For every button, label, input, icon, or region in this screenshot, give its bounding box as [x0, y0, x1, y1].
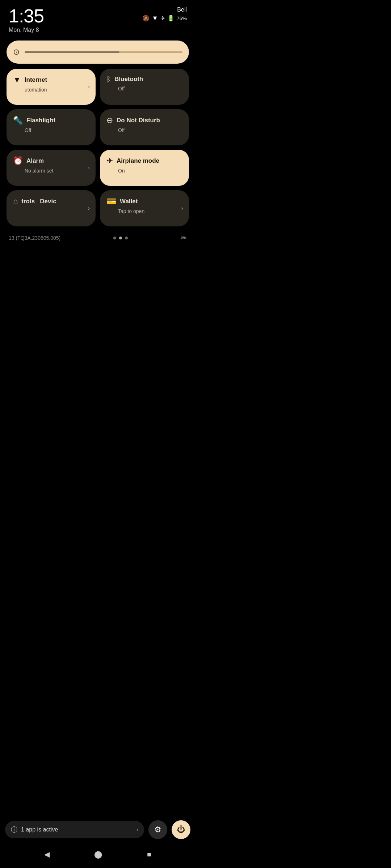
dot-3 — [125, 237, 128, 239]
spacer — [0, 250, 196, 366]
internet-sublabel: utomation — [25, 87, 89, 93]
tile-homecontrols[interactable]: ⌂ trols Devic › — [7, 190, 96, 226]
tile-bluetooth[interactable]: ᛒ Bluetooth Off — [100, 69, 189, 105]
battery-icon: 🔋 — [167, 15, 175, 22]
tile-home-top: ⌂ trols Devic — [13, 197, 89, 206]
status-right: Bell 🔕 ▼ ✈ 🔋 76% — [142, 7, 187, 22]
wifi-tile-icon: ▼ — [13, 75, 21, 85]
internet-chevron: › — [88, 84, 90, 90]
status-icons: 🔕 ▼ ✈ 🔋 76% — [142, 14, 187, 22]
version-row: 13 (TQ3A.230605.005) ✏ — [7, 228, 189, 245]
brightness-fill — [25, 51, 119, 53]
tile-bluetooth-top: ᛒ Bluetooth — [106, 75, 182, 84]
wallet-icon: 💳 — [106, 197, 116, 206]
tile-internet-top: ▼ Internet — [13, 75, 89, 85]
wallet-label: Wallet — [120, 198, 138, 205]
time-display: 1:35 — [9, 7, 44, 25]
alarm-chevron: › — [88, 165, 90, 171]
battery-level: 76% — [177, 16, 187, 21]
home-label: trols Devic — [21, 198, 56, 205]
dot-2 — [119, 237, 122, 239]
wifi-icon: ▼ — [152, 14, 158, 22]
tile-internet[interactable]: ▼ Internet utomation › — [7, 69, 96, 105]
status-bar: 1:35 Mon, May 8 Bell 🔕 ▼ ✈ 🔋 76% — [0, 0, 196, 37]
airplane-sublabel: On — [118, 168, 182, 174]
brightness-slider[interactable]: ⊙ — [7, 41, 189, 64]
carrier-label: Bell — [177, 7, 187, 13]
status-left: 1:35 Mon, May 8 — [9, 7, 44, 33]
alarm-icon: ⏰ — [13, 156, 23, 166]
tile-wallet-top: 💳 Wallet — [106, 197, 182, 206]
tile-airplane-top: ✈ Airplane mode — [106, 156, 182, 166]
bluetooth-label: Bluetooth — [114, 76, 143, 83]
dot-1 — [113, 237, 116, 239]
tile-airplane[interactable]: ✈ Airplane mode On — [100, 150, 189, 186]
dnd-label: Do Not Disturb — [117, 117, 160, 124]
alarm-sublabel: No alarm set — [25, 168, 89, 174]
page-dots — [113, 237, 128, 239]
bluetooth-icon: ᛒ — [106, 75, 111, 84]
home-icon: ⌂ — [13, 197, 18, 206]
airplane-icon: ✈ — [160, 15, 165, 22]
tile-flashlight-top: 🔦 Flashlight — [13, 116, 89, 125]
date-display: Mon, May 8 — [9, 27, 44, 33]
alarm-label: Alarm — [26, 157, 44, 165]
flashlight-sublabel: Off — [25, 127, 89, 133]
internet-label: Internet — [25, 76, 47, 84]
tile-dnd-top: ⊖ Do Not Disturb — [106, 116, 182, 125]
airplane-tile-icon: ✈ — [106, 156, 113, 166]
wallet-chevron: › — [181, 205, 183, 212]
brightness-track[interactable] — [25, 51, 182, 53]
tile-flashlight[interactable]: 🔦 Flashlight Off — [7, 109, 96, 145]
home-chevron: › — [88, 205, 90, 212]
tile-alarm-top: ⏰ Alarm — [13, 156, 89, 166]
tile-alarm[interactable]: ⏰ Alarm No alarm set › — [7, 150, 96, 186]
wallet-sublabel: Tap to open — [118, 208, 182, 214]
quick-settings-panel: ⊙ ▼ Internet utomation › ᛒ Bluetooth Off — [0, 37, 196, 250]
mute-icon: 🔕 — [142, 15, 150, 22]
dnd-sublabel: Off — [118, 127, 182, 133]
internet-sublabel-text: utomation — [25, 87, 47, 93]
tiles-grid: ▼ Internet utomation › ᛒ Bluetooth Off 🔦… — [7, 69, 189, 226]
bluetooth-sublabel: Off — [118, 86, 182, 92]
dnd-icon: ⊖ — [106, 116, 113, 125]
edit-icon[interactable]: ✏ — [181, 234, 187, 242]
tile-donotdisturb[interactable]: ⊖ Do Not Disturb Off — [100, 109, 189, 145]
flashlight-icon: 🔦 — [13, 116, 23, 125]
flashlight-label: Flashlight — [26, 117, 55, 124]
tile-wallet[interactable]: 💳 Wallet Tap to open › — [100, 190, 189, 226]
version-text: 13 (TQ3A.230605.005) — [9, 235, 60, 241]
brightness-icon: ⊙ — [13, 47, 20, 57]
airplane-label: Airplane mode — [117, 157, 159, 165]
